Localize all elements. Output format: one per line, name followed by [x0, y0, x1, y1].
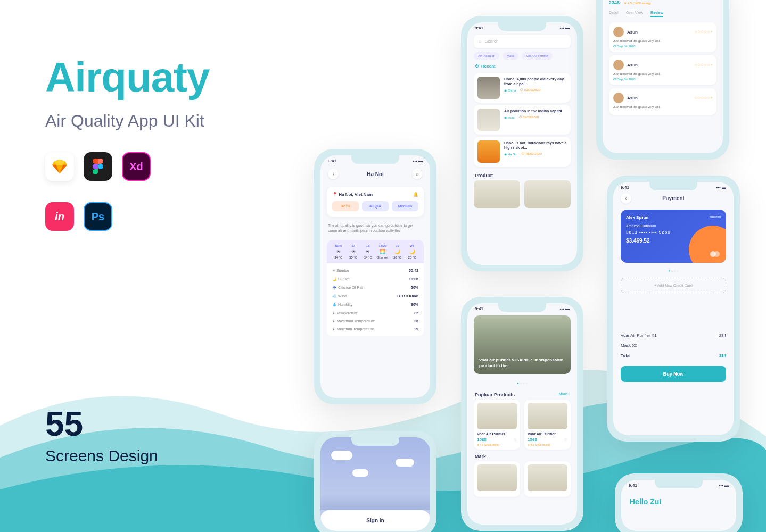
location-label: 📍 Ha Noi, Viet Nam: [332, 192, 373, 197]
page-title: Payment: [662, 195, 685, 201]
figma-icon: [84, 152, 112, 181]
review-item: Asun☆☆☆☆☆ › Just received the goods very…: [609, 88, 716, 115]
product-thumbnails: [467, 180, 577, 208]
order-summary: Voar Air Purifier X1234 Mask X5 Total334: [621, 330, 726, 361]
hero-pagination: ● ○ ○ ○: [467, 378, 577, 388]
aqi-chip: 40 QIA: [362, 201, 389, 211]
add-card-button[interactable]: + Add New Credit Card: [621, 278, 726, 293]
product-price: 234$: [609, 0, 620, 5]
phone-hello: 9:41••• ▬ Hello Zu!: [615, 473, 743, 532]
greeting: Hello Zu!: [621, 488, 736, 506]
bell-icon[interactable]: 🔔: [413, 192, 418, 197]
phone-products: 9:41••• ▬ Voar air purifier VO-AP017, in…: [461, 297, 583, 531]
invision-icon: in: [45, 202, 74, 231]
star-rating: ☆☆☆☆☆ ›: [694, 63, 712, 67]
news-thumbnail: [477, 77, 500, 99]
cloud-icon: [396, 459, 414, 467]
buy-now-button[interactable]: Buy Now: [621, 366, 726, 382]
product-thumbnail[interactable]: [474, 180, 520, 208]
svg-point-0: [98, 164, 103, 169]
mark-header: Mark: [475, 454, 486, 459]
product-rating: ★ 4,5 (1408 rating): [624, 1, 651, 5]
phone-search: 9:41••• ▬ ⌕Search Air Pollution Mask Voa…: [461, 16, 583, 271]
news-item[interactable]: China: 4,000 people die every day from a…: [474, 73, 571, 103]
news-thumbnail: [477, 109, 500, 131]
status-time: 9:41: [475, 306, 483, 311]
review-item: Asun☆☆☆☆☆ › Just received the goods very…: [609, 22, 716, 52]
tab-overview[interactable]: Over View: [626, 11, 643, 17]
avatar: [613, 27, 624, 37]
product-title: Airquaty: [45, 53, 209, 102]
search-input[interactable]: ⌕Search: [474, 35, 571, 48]
level-chip: Medium: [392, 201, 418, 211]
tag[interactable]: Mask: [503, 52, 518, 60]
product-subtitle: Air Quality App UI Kit: [45, 111, 209, 131]
mastercard-icon: [710, 251, 720, 257]
hourly-forecast: Now☀34 °C 17☀35 °C 18☀34 °C 18:20🌅Sun se…: [327, 240, 424, 263]
review-tabs: Detail Over View Review: [603, 9, 723, 19]
news-item[interactable]: Hanoi is hot, ultraviolet rays have a hi…: [474, 137, 571, 167]
location-card: 📍 Ha Noi, Viet Nam🔔 32 °C 40 QIA Medium: [327, 187, 424, 217]
card-pagination: ● ○ ○ ○: [613, 266, 734, 276]
status-icons: ••• ▬: [413, 159, 423, 163]
product-image: [477, 403, 517, 429]
search-button[interactable]: ⌕: [412, 169, 423, 179]
news-thumbnail: [477, 140, 500, 163]
product-header: Product: [467, 169, 577, 180]
product-card[interactable]: Voar Air Purifier 156$☆ ★ 4,5 (1408 rati…: [474, 400, 520, 450]
recent-header: ⏱ Recent: [467, 60, 577, 71]
product-image: [477, 464, 517, 491]
credit-card[interactable]: Alex Sprun amazon Amazon Platinium 3613 …: [621, 210, 726, 263]
product-card[interactable]: Voar Air Purifier 156$☆ ★ 4,5 (1408 rati…: [524, 400, 571, 450]
tab-review[interactable]: Review: [650, 11, 663, 17]
star-rating: ☆☆☆☆☆ ›: [694, 96, 712, 100]
avatar: [613, 60, 624, 70]
tab-detail[interactable]: Detail: [609, 11, 619, 17]
signin-sheet[interactable]: Sign In: [320, 510, 430, 531]
skyline-illustration: [320, 494, 430, 510]
avatar: [613, 93, 624, 103]
screens-count: 55: [45, 404, 158, 444]
bookmark-icon[interactable]: ☆: [513, 437, 517, 442]
status-time: 9:41: [475, 26, 483, 30]
star-rating: ☆☆☆☆☆ ›: [694, 30, 712, 34]
popular-header: Popluar Products: [475, 392, 515, 397]
more-link[interactable]: More ›: [559, 392, 570, 397]
status-time: 9:41: [621, 185, 629, 190]
product-thumbnail[interactable]: [524, 180, 571, 208]
product-image: [528, 403, 567, 429]
hero-block: Airquaty Air Quality App UI Kit Xd in Ps: [45, 53, 209, 231]
sketch-icon: [45, 152, 74, 181]
screens-count-label: Screens Design: [45, 447, 158, 465]
phone-signin: Sign In: [314, 431, 436, 532]
news-item[interactable]: Air pollution in the Indian capital◉ Ind…: [474, 105, 571, 135]
temp-chip: 32 °C: [332, 201, 359, 211]
back-button[interactable]: ‹: [621, 193, 631, 204]
bookmark-icon[interactable]: ☆: [564, 437, 567, 442]
air-description: The air quality is good, so you can go o…: [320, 219, 430, 238]
search-tags: Air Pollution Mask Voar Air Purifier: [467, 52, 577, 60]
product-image: [528, 464, 567, 491]
tag[interactable]: Air Pollution: [474, 52, 499, 60]
city-title: Ha Noi: [367, 171, 384, 177]
metrics-list: ☀ Sunrise05:42 🌙 Sunset18:06 ☔ Chance Of…: [327, 263, 424, 336]
tool-icons-row: Xd: [45, 152, 209, 181]
photoshop-icon: Ps: [84, 202, 112, 231]
review-item: Asun☆☆☆☆☆ › Just received the goods very…: [609, 55, 716, 85]
xd-icon: Xd: [122, 152, 151, 181]
status-time: 9:41: [328, 159, 336, 163]
product-card[interactable]: [524, 461, 571, 497]
cloud-icon: [352, 469, 368, 477]
phone-weather: 9:41••• ▬ ‹ Ha Noi ⌕ 📍 Ha Noi, Viet Nam🔔…: [314, 149, 436, 404]
status-time: 9:41: [629, 483, 637, 488]
back-button[interactable]: ‹: [328, 169, 339, 179]
phone-payment: 9:41••• ▬ ‹ Payment Alex Sprun amazon Am…: [607, 176, 740, 442]
cloud-icon: [331, 451, 352, 460]
product-card[interactable]: [474, 461, 520, 497]
product-hero[interactable]: Voar air purifier VO-AP017, indispensabl…: [474, 315, 571, 374]
tool-icons-row-2: in Ps: [45, 202, 209, 231]
screens-count-block: 55 Screens Design: [45, 404, 158, 465]
phone-reviews: Voar Air Purifier VO-AP017 234$★ 4,5 (14…: [596, 0, 729, 160]
search-icon: ⌕: [479, 39, 482, 44]
tag[interactable]: Voar Air Purifier: [522, 52, 553, 60]
